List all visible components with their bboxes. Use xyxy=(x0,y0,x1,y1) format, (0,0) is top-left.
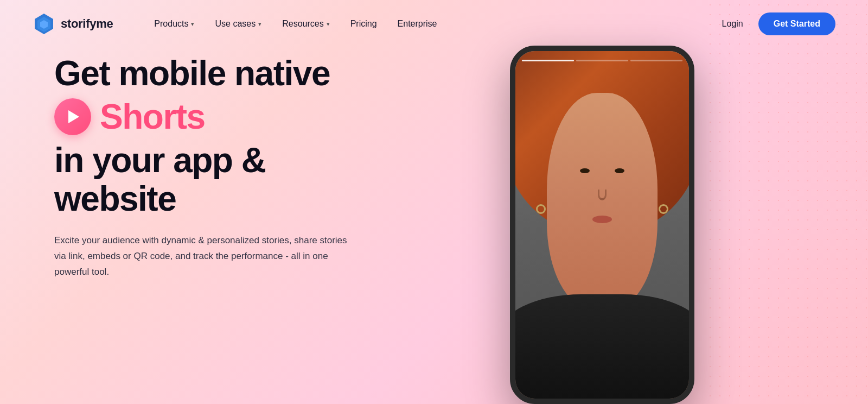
nav-right-actions: Login Get Started xyxy=(711,12,835,35)
person-earring-left xyxy=(536,204,546,214)
phone-screen xyxy=(515,51,689,399)
chevron-down-icon: ▾ xyxy=(258,21,261,28)
hero-description: Excite your audience with dynamic & pers… xyxy=(54,233,358,280)
header: storifyme Products ▾ Use cases ▾ Resourc… xyxy=(0,0,868,48)
nav-products[interactable]: Products ▾ xyxy=(145,15,203,33)
play-icon xyxy=(54,98,91,135)
nav-pricing[interactable]: Pricing xyxy=(342,15,386,33)
hero-title-line1: Get mobile native xyxy=(54,54,380,92)
hero-title-line3: in your app & website xyxy=(54,141,380,218)
nav-resources[interactable]: Resources ▾ xyxy=(273,15,338,33)
person-in-phone xyxy=(515,51,689,399)
person-lips xyxy=(592,216,612,223)
main-nav: Products ▾ Use cases ▾ Resources ▾ Prici… xyxy=(145,12,835,35)
phone-mockup-area xyxy=(510,27,716,404)
logo-link[interactable]: storifyme xyxy=(33,12,113,35)
progress-bar-3 xyxy=(630,60,682,61)
progress-bar-2 xyxy=(576,60,628,61)
get-started-button[interactable]: Get Started xyxy=(758,12,835,35)
login-button[interactable]: Login xyxy=(711,15,754,33)
person-clothing xyxy=(515,294,689,399)
hero-title-line2: Shorts xyxy=(54,97,380,137)
chevron-down-icon: ▾ xyxy=(191,21,194,28)
logo-icon xyxy=(33,12,55,35)
person-nose xyxy=(598,190,607,200)
chevron-down-icon: ▾ xyxy=(327,21,330,28)
person-face xyxy=(547,93,658,308)
person-earring-right xyxy=(659,204,668,214)
nav-enterprise[interactable]: Enterprise xyxy=(389,15,446,33)
person-eye-right xyxy=(615,168,624,173)
phone-mockup xyxy=(510,46,694,404)
progress-bar-1 xyxy=(522,60,574,61)
hero-shorts-text: Shorts xyxy=(100,97,205,137)
brand-name: storifyme xyxy=(61,17,113,31)
nav-use-cases[interactable]: Use cases ▾ xyxy=(206,15,270,33)
story-progress-bars xyxy=(522,60,682,61)
person-eye-left xyxy=(580,168,590,173)
